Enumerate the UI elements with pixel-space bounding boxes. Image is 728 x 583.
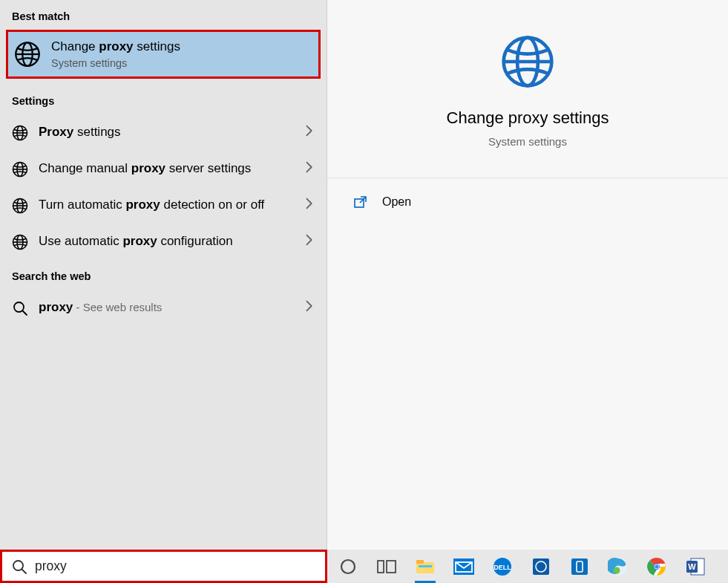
chevron-right-icon (303, 123, 316, 142)
word-icon[interactable]: W (681, 550, 710, 583)
settings-result-auto-proxy-detection[interactable]: Turn automatic proxy detection on or off (0, 187, 327, 224)
mail-icon[interactable] (449, 550, 479, 583)
open-action[interactable]: Open (327, 178, 728, 209)
chrome-icon[interactable] (642, 550, 672, 583)
svg-rect-15 (419, 565, 432, 567)
chevron-right-icon (303, 299, 316, 317)
result-label: Change manual proxy server settings (39, 160, 303, 177)
search-input[interactable] (35, 558, 319, 574)
dell-update-icon[interactable] (526, 550, 556, 583)
result-label: Turn automatic proxy detection on or off (39, 197, 303, 214)
chevron-right-icon (303, 196, 316, 215)
svg-rect-12 (387, 561, 396, 573)
web-result-proxy[interactable]: proxy - See web results (0, 290, 327, 326)
globe-icon (500, 34, 555, 92)
open-label: Open (382, 195, 411, 209)
globe-icon (12, 198, 28, 214)
settings-result-proxy-settings[interactable]: Proxy settings (0, 114, 327, 151)
dell-icon[interactable]: DELL (488, 550, 517, 583)
chevron-right-icon (303, 232, 316, 251)
open-icon (352, 195, 369, 209)
result-label: Proxy settings (39, 124, 303, 141)
svg-text:W: W (688, 562, 696, 571)
result-label: proxy - See web results (39, 299, 303, 316)
dell-mobile-icon[interactable] (565, 550, 594, 583)
svg-rect-13 (416, 562, 434, 573)
section-settings: Settings (0, 85, 327, 114)
best-match-subtitle: System settings (51, 57, 180, 69)
svg-point-10 (341, 560, 355, 573)
file-explorer-icon[interactable] (410, 550, 440, 583)
settings-result-manual-proxy[interactable]: Change manual proxy server settings (0, 151, 327, 187)
svg-point-29 (655, 564, 658, 568)
svg-rect-11 (378, 561, 384, 573)
svg-point-25 (614, 567, 620, 573)
result-label: Use automatic proxy configuration (39, 233, 303, 250)
taskbar-search-box[interactable] (0, 550, 327, 583)
best-match-change-proxy-settings[interactable]: Change proxy settings System settings (6, 30, 321, 79)
preview-header: Change proxy settings System settings (327, 0, 728, 178)
best-match-title: Change proxy settings (51, 39, 180, 54)
svg-rect-14 (416, 560, 424, 564)
search-icon (11, 558, 27, 575)
task-view-icon[interactable] (372, 550, 401, 583)
settings-result-auto-proxy-config[interactable]: Use automatic proxy configuration (0, 224, 327, 260)
search-results-panel: Best match Change proxy settings System … (0, 0, 327, 550)
globe-icon (12, 161, 28, 177)
section-search-web: Search the web (0, 260, 327, 290)
globe-icon (12, 125, 28, 141)
taskbar-apps: DELL W (327, 550, 728, 583)
globe-icon (12, 234, 28, 250)
section-best-match: Best match (0, 0, 327, 30)
globe-icon (14, 41, 41, 68)
chevron-right-icon (303, 160, 316, 178)
search-icon (12, 300, 28, 316)
preview-title: Change proxy settings (447, 108, 609, 128)
edge-icon[interactable] (603, 550, 633, 583)
preview-panel: Change proxy settings System settings Op… (327, 0, 728, 550)
preview-subtitle: System settings (488, 135, 567, 148)
svg-text:DELL: DELL (493, 564, 511, 571)
cortana-icon[interactable] (333, 550, 363, 583)
taskbar: DELL W (0, 550, 728, 583)
